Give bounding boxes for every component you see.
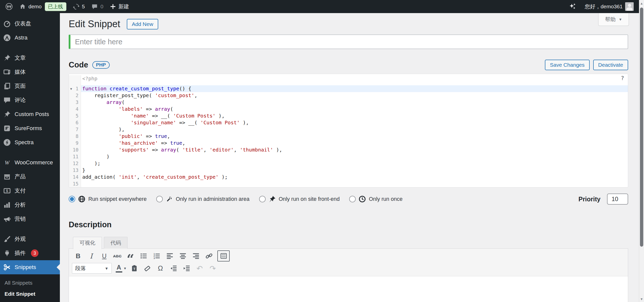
snippet-title-input[interactable] (69, 34, 628, 49)
avatar (625, 2, 634, 11)
sidebar-item-sureforms[interactable]: SureForms (0, 121, 60, 135)
bold-button[interactable]: B (72, 250, 84, 261)
indent-icon (183, 265, 190, 272)
scroll-up-icon[interactable]: ▲ (639, 2, 644, 5)
ai-assistant-menu[interactable] (565, 0, 580, 13)
code-line-12: 12 ); (69, 160, 628, 167)
sidebar-item-marketing[interactable]: 营销 (0, 212, 60, 226)
wordpress-logo-menu[interactable] (2, 0, 16, 13)
description-heading: Description (69, 220, 628, 229)
increase-indent-button[interactable] (180, 263, 193, 274)
sidebar-item-snippets[interactable]: Snippets (0, 260, 60, 274)
comments-menu[interactable]: 0 (88, 0, 107, 13)
redo-button[interactable]: ↷ (207, 263, 219, 274)
sidebar-item-label: 外观 (15, 235, 26, 243)
paste-text-icon: T (131, 265, 138, 272)
sidebar-item-comments[interactable]: 评论 (0, 93, 60, 107)
sidebar-item-label: 页面 (15, 82, 26, 90)
scope-option-run-everywhere[interactable]: Run snippet everywhere (69, 195, 147, 203)
blockquote-glyph: “ (127, 251, 134, 260)
tab-text[interactable]: 代码 (104, 237, 128, 249)
eraser-icon (144, 265, 151, 272)
blockquote-button[interactable]: “ (124, 250, 137, 261)
sidebar-item-products[interactable]: 产品 (0, 170, 60, 184)
radio-run-frontend[interactable] (259, 196, 266, 202)
align-center-button[interactable] (177, 250, 189, 261)
code-editor[interactable]: ? <?php1▾function create_custom_post_typ… (69, 74, 628, 187)
code-text (81, 180, 628, 187)
home-icon (19, 3, 26, 10)
pages-icon (3, 82, 11, 90)
sidebar-item-spectra[interactable]: Spectra (0, 135, 60, 149)
radio-run-admin[interactable] (156, 196, 163, 202)
sidebar-item-appearance[interactable]: 外观 (0, 232, 60, 246)
scroll-down-icon[interactable]: ▼ (639, 297, 644, 301)
italic-button[interactable]: I (85, 250, 97, 261)
paste-as-text-button[interactable]: T (128, 263, 140, 274)
site-menu[interactable]: demo 已上线 (16, 0, 70, 13)
editor-help-icon[interactable]: ? (621, 75, 624, 81)
scope-option-run-once[interactable]: Only run once (349, 195, 403, 203)
radio-run-everywhere[interactable] (69, 196, 75, 202)
sidebar-item-dashboard[interactable]: 仪表盘 (0, 17, 60, 31)
sidebar-item-custom-posts[interactable]: Custom Posts (0, 107, 60, 121)
underline-button[interactable]: U (98, 250, 110, 261)
line-number: 8 (69, 133, 81, 140)
scope-option-label: Only run in administration area (176, 196, 250, 202)
main-content: 帮助 ▼ Edit Snippet Add New Code PHP Save … (60, 13, 639, 302)
radio-run-once[interactable] (349, 196, 356, 202)
submenu-item-all-snippets[interactable]: All Snippets (0, 277, 60, 288)
fold-arrow-icon[interactable]: ▾ (70, 85, 72, 92)
snippets-submenu: All SnippetsEdit SnippetAdd NewImportSet… (0, 274, 60, 302)
code-line-15: 15 (69, 180, 628, 187)
special-character-button[interactable]: Ω (154, 263, 167, 274)
add-new-button[interactable]: Add New (127, 19, 158, 29)
align-right-button[interactable] (190, 250, 202, 261)
save-changes-button[interactable]: Save Changes (545, 60, 590, 70)
sidebar-item-plugins[interactable]: 插件3 (0, 246, 60, 260)
new-label: 新建 (118, 3, 129, 10)
sidebar-item-payments[interactable]: $支付 (0, 184, 60, 198)
code-text: 'public' => true, (81, 133, 628, 140)
deactivate-button[interactable]: Deactivate (593, 60, 628, 70)
tab-visual[interactable]: 可视化 (73, 237, 102, 249)
strikethrough-button[interactable]: ABC (111, 250, 124, 261)
undo-button[interactable]: ↶ (193, 263, 206, 274)
text-color-button[interactable]: A▼ (115, 263, 127, 274)
code-text: 'supports' => array( 'title', 'editor', … (81, 146, 628, 153)
insert-link-button[interactable] (203, 250, 215, 261)
code-text: ), (81, 126, 628, 133)
decrease-indent-button[interactable] (167, 263, 180, 274)
scope-option-run-admin[interactable]: Only run in administration area (156, 195, 250, 203)
sidebar-item-analytics[interactable]: 分析 (0, 198, 60, 212)
bulleted-list-button[interactable] (137, 250, 150, 261)
account-menu[interactable]: 您好，demo361 (581, 0, 637, 13)
numbered-list-button[interactable]: 123 (150, 250, 163, 261)
clear-formatting-button[interactable] (141, 263, 153, 274)
new-content-menu[interactable]: 新建 (107, 0, 132, 13)
description-content-area[interactable] (69, 276, 628, 302)
page-scrollbar[interactable]: ▲ ▼ (639, 0, 644, 302)
sidebar-menu: 仪表盘Astra文章媒体页面评论Custom PostsSureFormsSpe… (0, 13, 60, 302)
sidebar-item-media[interactable]: 媒体 (0, 65, 60, 79)
priority-field: Priority (578, 194, 628, 205)
priority-input[interactable] (607, 194, 628, 205)
editor-tabs: 可视化代码 (69, 237, 628, 249)
sidebar-item-woocommerce[interactable]: WWooCommerce (0, 156, 60, 170)
list-ol-icon: 123 (153, 252, 160, 259)
align-left-button[interactable] (164, 250, 176, 261)
spectra-icon (3, 139, 11, 146)
submenu-item-add-new[interactable]: Add New (0, 299, 60, 302)
help-tab[interactable]: 帮助 ▼ (598, 13, 629, 26)
update-count-badge: 3 (31, 249, 38, 257)
paragraph-select[interactable]: 段落▼ (72, 263, 112, 274)
sidebar-item-pages[interactable]: 页面 (0, 79, 60, 93)
scope-option-run-frontend[interactable]: Only run on site front-end (259, 195, 340, 203)
sidebar-item-label: Spectra (15, 139, 34, 146)
scrollbar-thumb[interactable] (640, 8, 643, 247)
submenu-item-edit-snippet[interactable]: Edit Snippet (0, 288, 60, 299)
updates-menu[interactable]: 5 (70, 0, 88, 13)
toolbar-toggle-button[interactable] (217, 250, 230, 261)
sidebar-item-posts[interactable]: 文章 (0, 51, 60, 65)
sidebar-item-astra[interactable]: Astra (0, 31, 60, 45)
